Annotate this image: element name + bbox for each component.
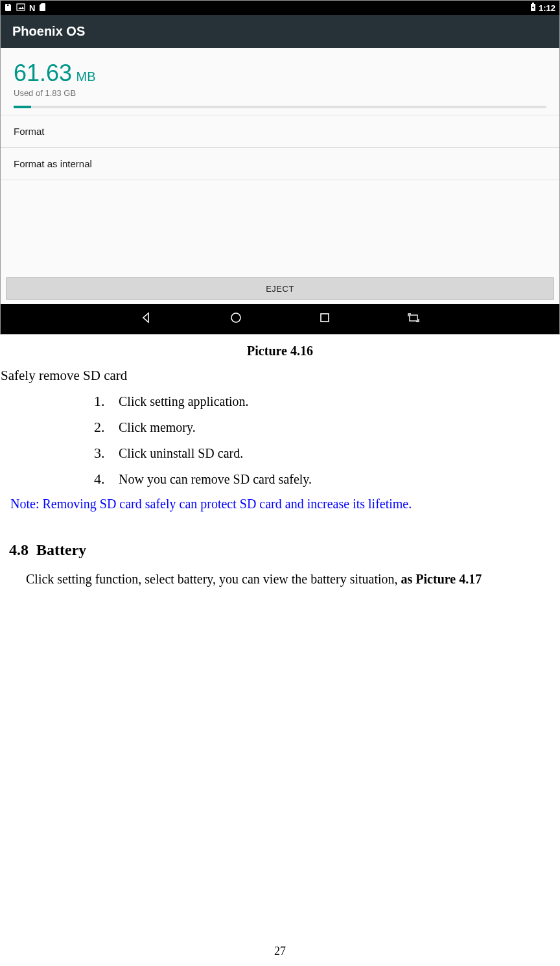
nav-back-icon[interactable] [141,312,152,326]
note-text: Note: Removing SD card safely can protec… [10,497,560,512]
eject-button[interactable]: EJECT [6,277,554,300]
list-item: Click setting application. [94,393,560,410]
section-number: 4.8 [9,541,29,558]
status-bar: N 1:12 [1,1,559,15]
svg-rect-7 [410,315,417,321]
svg-rect-3 [532,3,534,4]
nav-recent-icon[interactable] [320,312,330,325]
battery-icon [530,3,536,14]
format-item[interactable]: Format [1,115,559,148]
sd-heading: Safely remove SD card [1,368,560,384]
svg-marker-1 [18,6,24,9]
nav-bar [1,304,559,334]
svg-rect-6 [321,314,329,322]
nav-screenshot-icon[interactable] [408,312,419,325]
android-screenshot: N 1:12 Phoenix OS 61.63 MB Used of 1.83 … [0,0,560,335]
section-title: Battery [36,541,86,558]
body-prefix: Click setting function, select battery, … [26,572,401,586]
list-item: Click uninstall SD card. [94,445,560,462]
status-right: 1:12 [530,3,555,14]
sd-card-icon [5,3,12,14]
section-heading: 4.8 Battery [9,541,560,559]
status-left-icons: N [5,3,46,14]
steps-list: Click setting application. Click memory.… [94,393,560,488]
app-bar: Phoenix OS [1,15,559,48]
eject-button-label: EJECT [266,284,294,294]
page-number: 27 [0,945,560,958]
list-item: Click memory. [94,419,560,436]
body-paragraph: Click setting function, select battery, … [26,572,560,587]
body-bold: as Picture 4.17 [401,572,482,586]
storage-subtext: Used of 1.83 GB [14,88,546,98]
document-body: Picture 4.16 Safely remove SD card Click… [0,335,560,587]
empty-area [1,180,559,274]
storage-progress-fill [14,106,31,108]
app-title: Phoenix OS [12,24,85,39]
storage-used-unit: MB [76,69,96,84]
svg-rect-0 [17,4,25,10]
eject-row: EJECT [1,274,559,304]
figure-caption: Picture 4.16 [0,344,560,359]
svg-point-5 [231,313,240,322]
storage-used-value: 61.63 [14,60,72,86]
nav-home-icon[interactable] [230,312,242,326]
format-internal-item[interactable]: Format as internal [1,148,559,180]
status-time: 1:12 [539,3,555,13]
list-item: Now you can remove SD card safely. [94,471,560,488]
storage-progress [14,106,546,108]
n-icon: N [29,3,35,13]
image-icon [16,3,25,13]
storage-summary[interactable]: 61.63 MB Used of 1.83 GB [1,48,559,115]
sim-icon [39,3,46,14]
